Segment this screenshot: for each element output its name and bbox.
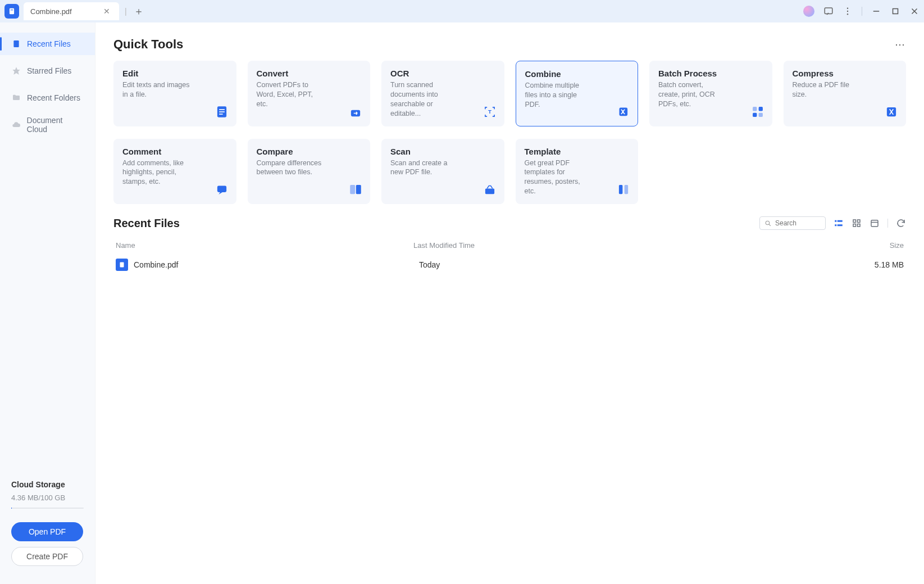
close-window-button[interactable] [909,6,920,16]
create-pdf-button[interactable]: Create PDF [11,547,83,566]
file-size: 5.18 MB [859,260,904,269]
search-input[interactable] [775,219,820,227]
tool-desc: Get great PDF templates for resumes, pos… [525,159,592,197]
svg-rect-0 [10,8,14,15]
recent-files-heading: Recent Files [113,217,180,230]
tool-card-batch-process[interactable]: Batch Process Batch convert, create, pri… [649,61,772,126]
svg-rect-1 [11,10,13,10]
svg-rect-24 [217,186,226,192]
tool-title: Combine [525,69,629,79]
calendar-icon[interactable] [870,218,880,228]
svg-point-5 [847,13,848,15]
edit-icon [214,104,230,120]
tool-card-template[interactable]: Template Get great PDF templates for res… [516,139,639,205]
tool-desc: Scan and create a new PDF file. [390,159,458,178]
kebab-menu-icon[interactable] [843,6,853,16]
svg-rect-28 [619,185,623,194]
tool-desc: Combine multiple files into a single PDF… [525,81,593,110]
svg-rect-21 [753,112,757,116]
sidebar-item-starred-files[interactable]: Starred Files [0,60,95,82]
toolbar-divider [887,219,888,228]
sidebar-item-document-cloud[interactable]: Document Cloud [0,114,95,136]
document-tab[interactable]: Combine.pdf ✕ [24,2,119,20]
file-modified: Today [419,260,859,269]
svg-point-3 [847,8,848,9]
storage-progress-bar [11,508,84,509]
comment-icon [214,182,230,197]
tool-title: Template [525,147,630,156]
tool-card-combine[interactable]: Combine Combine multiple files into a si… [516,61,639,126]
cloud-storage-label: Cloud Storage [11,480,84,489]
tool-card-compress[interactable]: Compress Reduce a PDF file size. [784,61,907,126]
tool-desc: Edit texts and images in a file. [122,80,190,99]
svg-rect-35 [837,224,843,226]
compress-icon [884,104,899,120]
folder-icon [11,93,21,103]
new-tab-button[interactable]: ＋ [130,4,147,18]
tool-card-ocr[interactable]: OCR Turn scanned documents into searchab… [381,61,504,126]
svg-rect-37 [858,220,861,223]
search-icon [764,220,772,227]
combine-icon [615,103,631,119]
tool-card-compare[interactable]: Compare Compare differences between two … [248,139,371,205]
column-size: Size [859,241,904,250]
maximize-button[interactable] [890,6,900,16]
svg-rect-15 [219,114,223,115]
tool-title: Scan [390,147,495,156]
app-logo-icon [4,4,19,19]
svg-rect-36 [853,220,856,223]
cloud-icon [11,120,21,130]
svg-point-4 [847,11,848,12]
minimize-button[interactable] [871,6,881,16]
tab-title: Combine.pdf [30,7,72,16]
sidebar-item-recent-files[interactable]: Recent Files [0,33,95,55]
sidebar-item-label: Starred Files [27,66,71,75]
svg-rect-42 [120,262,124,268]
svg-rect-27 [485,188,494,194]
svg-rect-13 [219,109,225,110]
sidebar-item-label: Document Cloud [27,116,84,134]
scan-icon [482,182,498,197]
grid-view-icon[interactable] [852,218,862,228]
tool-card-comment[interactable]: Comment Add comments, like highlights, p… [113,139,236,205]
svg-point-30 [766,221,770,225]
more-options-icon[interactable]: ⋯ [895,38,906,51]
tool-title: Compare [257,147,362,156]
refresh-icon[interactable] [896,218,906,228]
tool-card-scan[interactable]: Scan Scan and create a new PDF file. [381,139,504,205]
svg-rect-26 [356,185,361,194]
template-icon [616,182,631,197]
tool-desc: Compare differences between two files. [257,159,324,178]
close-tab-icon[interactable]: ✕ [101,7,112,16]
sidebar: Recent Files Starred Files Recent Folder… [0,22,95,584]
tool-card-convert[interactable]: Convert Convert PDFs to Word, Excel, PPT… [248,61,371,126]
compare-icon [348,182,363,197]
tool-title: Comment [122,147,227,156]
svg-rect-34 [835,224,836,226]
sidebar-item-label: Recent Folders [27,93,80,102]
search-box[interactable] [759,216,826,230]
star-icon [11,66,21,76]
titlebar-divider [862,7,862,16]
tab-divider: | [125,7,127,16]
svg-line-31 [769,224,771,226]
tool-card-edit[interactable]: Edit Edit texts and images in a file. [113,61,236,126]
svg-rect-25 [350,185,355,194]
main-content: Quick Tools ⋯ Edit Edit texts and images… [95,22,924,584]
tool-title: OCR [390,69,495,78]
list-view-icon[interactable] [834,218,844,228]
feedback-icon[interactable] [823,6,834,16]
column-modified: Last Modified Time [413,241,859,250]
convert-icon [348,104,363,120]
svg-rect-29 [625,185,629,194]
sidebar-item-label: Recent Files [27,39,71,48]
open-pdf-button[interactable]: Open PDF [11,522,83,541]
svg-text:T: T [488,108,491,115]
user-avatar-icon[interactable] [803,6,814,17]
tool-title: Compress [793,69,898,78]
pdf-file-icon [116,259,128,271]
file-row[interactable]: Combine.pdf Today 5.18 MB [113,254,906,275]
svg-rect-22 [758,112,762,116]
svg-rect-40 [871,220,878,227]
sidebar-item-recent-folders[interactable]: Recent Folders [0,87,95,109]
